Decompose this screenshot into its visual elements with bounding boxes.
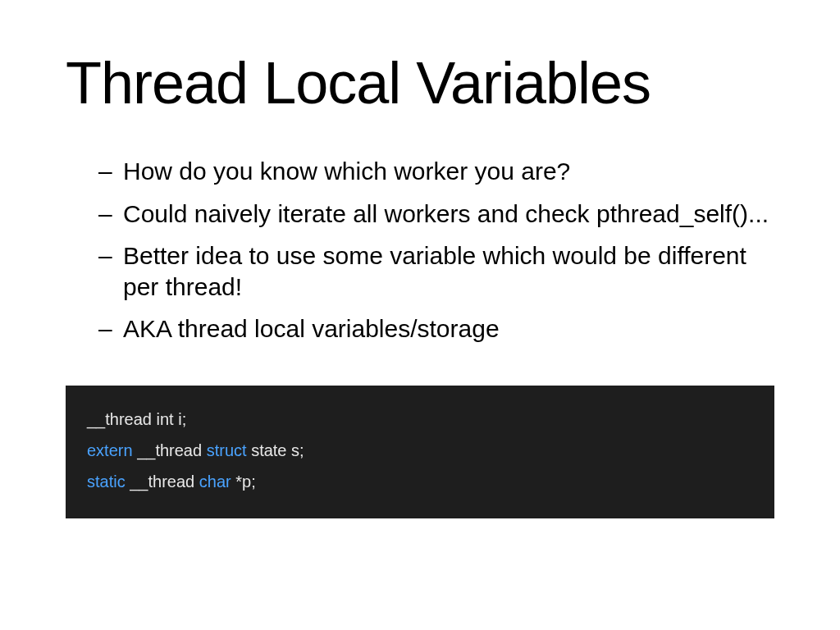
code-keyword: struct (207, 441, 247, 459)
slide: Thread Local Variables – How do you know… (0, 0, 840, 630)
list-item: – Could naively iterate all workers and … (98, 199, 774, 230)
code-keyword: static (87, 472, 126, 491)
code-text: __thread int i; (87, 410, 186, 428)
code-keyword: extern (87, 441, 133, 459)
code-text: __thread (133, 441, 207, 459)
code-keyword: char (199, 472, 231, 491)
bullet-text: Better idea to use some variable which w… (123, 240, 774, 302)
code-line: extern __thread struct state s; (87, 435, 753, 466)
dash-icon: – (98, 199, 123, 230)
bullet-text: How do you know which worker you are? (123, 156, 774, 187)
slide-title: Thread Local Variables (66, 49, 774, 116)
dash-icon: – (98, 156, 123, 187)
bullet-text: Could naively iterate all workers and ch… (123, 199, 774, 230)
list-item: – Better idea to use some variable which… (98, 240, 774, 302)
code-text: *p; (231, 472, 256, 491)
bullet-list: – How do you know which worker you are? … (98, 156, 774, 345)
code-text: state s; (247, 441, 304, 459)
code-text: __thread (126, 472, 199, 491)
dash-icon: – (98, 240, 123, 302)
bullet-text: AKA thread local variables/storage (123, 313, 774, 345)
dash-icon: – (98, 313, 123, 345)
list-item: – AKA thread local variables/storage (98, 313, 774, 345)
code-block: __thread int i; extern __thread struct s… (66, 386, 774, 518)
code-line: __thread int i; (87, 404, 753, 435)
list-item: – How do you know which worker you are? (98, 156, 774, 187)
code-line: static __thread char *p; (87, 466, 753, 497)
